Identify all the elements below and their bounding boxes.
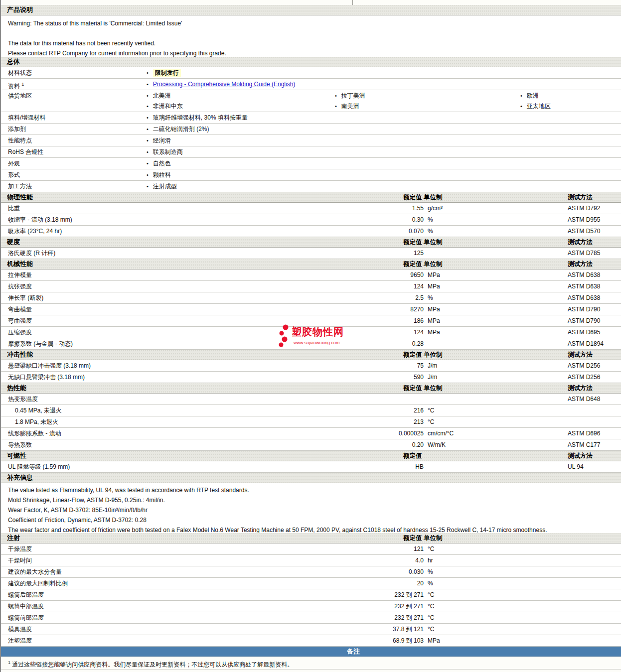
section-title: 冲击性能 — [7, 350, 33, 360]
column-header-method: 测试方法 — [568, 451, 593, 461]
property-row: 螺筒后部温度232 到 271°C — [1, 589, 621, 601]
bullet-icon: • — [147, 67, 149, 78]
property-row: 压缩强度124MPaASTM D695 — [1, 327, 621, 338]
row-filler: 填料/增强材料 •玻璃纤维增强材料, 30% 填料按重量 — [1, 112, 621, 124]
property-row: 比重1.55g/cm³ASTM D792 — [1, 203, 621, 214]
top-strip — [1, 0, 621, 5]
bullet-icon: • — [147, 101, 149, 112]
property-row: 建议的最大水分含量0.030% — [1, 566, 621, 578]
section-title: 可燃性 — [7, 451, 26, 461]
bullet-item: •颗粒料 — [147, 169, 171, 180]
bullet-item: •玻璃纤维增强材料, 30% 填料按重量 — [147, 112, 248, 123]
section-title: 补充信息 — [7, 473, 33, 483]
row-availability: 供货地区 •北美洲 •非洲和中东 •拉丁美洲 •南美洲 •欧洲 •亚太地区 — [1, 90, 621, 112]
remark-title: 备注 — [347, 647, 360, 656]
bullet-icon: • — [147, 124, 149, 134]
row-rohs: RoHS 合规性 •联系制造商 — [1, 146, 621, 158]
property-row: 注塑温度68.9 到 103MPa — [1, 635, 621, 647]
row-label: 形式 — [8, 169, 20, 180]
section-header-hardness: 硬度 额定值 单位制 测试方法 — [1, 237, 621, 248]
supplementary-line: Coefficient of Friction, Dynamic, ASTM D… — [8, 517, 621, 524]
property-row: 导热系数0.20W/m/KASTM C177 — [1, 439, 621, 451]
section-header-physical: 物理性能 额定值 单位制 测试方法 — [1, 192, 621, 203]
row-additive: 添加剂 •二硫化钼润滑剂 (2%) — [1, 124, 621, 135]
section-title: 注射 — [7, 533, 20, 543]
footnote-text: 通过这些链接您能够访问供应商资料。我们尽量保证及时更新资料；不过您可以从供应商处… — [12, 661, 293, 668]
section-header-mechanical: 机械性能 额定值 单位制 测试方法 — [1, 259, 621, 269]
property-row: 收缩率 - 流动 (3.18 mm)0.30%ASTM D955 — [1, 214, 621, 226]
status-badge: 限制发行 — [153, 69, 181, 77]
bullet-icon: • — [335, 101, 337, 112]
footnote-marker: 1 — [21, 82, 24, 87]
bullet-item: •联系制造商 — [147, 146, 183, 157]
row-label: RoHS 合规性 — [8, 146, 43, 157]
property-row: 抗张强度124MPaASTM D638 — [1, 281, 621, 292]
property-row: 摩擦系数 (与金属 - 动态)0.28ASTM D1894 — [1, 338, 621, 350]
property-row: 模具温度37.8 到 121°C — [1, 624, 621, 635]
column-header-method: 测试方法 — [568, 350, 593, 360]
row-documents: 资料 1 •Processing - Comprehensive Molding… — [1, 79, 621, 90]
section-header-injection: 注射 额定值 单位制 — [1, 533, 621, 543]
property-row: 无缺口悬臂梁冲击 (3.18 mm)590J/mASTM D256 — [1, 372, 621, 383]
section-title: 硬度 — [7, 237, 20, 247]
bullet-item: •拉丁美洲 — [335, 90, 365, 101]
supplementary-line: The value listed as Flammability, UL 94,… — [8, 487, 621, 494]
row-label: 供货地区 — [8, 90, 32, 101]
property-row: 拉伸模量9650MPaASTM D638 — [1, 269, 621, 281]
bullet-item: •亚太地区 — [520, 101, 551, 112]
bullet-icon: • — [147, 158, 149, 169]
bullet-item: •经润滑 — [147, 135, 171, 146]
property-row: 伸长率 (断裂)2.5%ASTM D638 — [1, 292, 621, 304]
bullet-icon: • — [335, 90, 337, 101]
row-label: 性能特点 — [8, 135, 32, 146]
verify-text: The data for this material has not been … — [8, 40, 621, 47]
column-header-method: 测试方法 — [568, 383, 593, 393]
footnote: 1 通过这些链接您能够访问供应商资料。我们尽量保证及时更新资料；不过您可以从供应… — [1, 657, 621, 670]
bullet-icon: • — [520, 101, 522, 112]
supplementary-block: The value listed as Flammability, UL 94,… — [1, 483, 621, 533]
property-row: 弯曲模量8270MPaASTM D790 — [1, 304, 621, 315]
property-row: 热变形温度ASTM D648 — [1, 394, 621, 405]
property-row: 干燥时间4.0hr — [1, 555, 621, 566]
remark-bar: 备注 — [1, 647, 621, 657]
section-title: 物理性能 — [7, 192, 33, 202]
molding-guide-link[interactable]: Processing - Comprehensive Molding Guide… — [153, 81, 295, 88]
bullet-item: •非洲和中东 — [147, 101, 183, 112]
warning-text: Warning: The status of this material is … — [8, 20, 621, 27]
row-label: 加工方法 — [8, 181, 32, 192]
column-header-value-unit: 额定值 单位制 — [403, 192, 442, 202]
bullet-item: •二硫化钼润滑剂 (2%) — [147, 124, 209, 134]
bullet-icon: • — [147, 112, 149, 123]
bullet-item: •Processing - Comprehensive Molding Guid… — [147, 79, 295, 90]
bullet-icon: • — [147, 135, 149, 146]
bullet-item: •南美洲 — [335, 101, 359, 112]
supplementary-line: Wear Factor, K, ASTM D-3702: 85E-10in³/m… — [8, 507, 621, 514]
column-header-method: 测试方法 — [568, 259, 593, 269]
row-features: 性能特点 •经润滑 — [1, 135, 621, 146]
property-row: 弯曲强度186MPaASTM D790 — [1, 315, 621, 327]
column-header-value: 额定值 — [403, 451, 422, 461]
footnote-marker: 1 — [8, 660, 10, 665]
section-header-product-description: 产品说明 — [1, 5, 621, 15]
column-header-value-unit: 额定值 单位制 — [403, 533, 442, 543]
bullet-icon: • — [147, 79, 149, 90]
bullet-item: •自然色 — [147, 158, 171, 169]
column-header-method: 测试方法 — [568, 192, 593, 202]
section-header-supplementary: 补充信息 — [1, 473, 621, 483]
material-datasheet-page: 产品说明 Warning: The status of this materia… — [0, 0, 621, 672]
property-row: 悬壁梁缺口冲击强度 (3.18 mm)75J/mASTM D256 — [1, 360, 621, 372]
row-label: 填料/增强材料 — [8, 112, 45, 123]
section-header-flammability: 可燃性 额定值 测试方法 — [1, 451, 621, 461]
property-row: 1.8 MPa, 未退火213°C — [1, 416, 621, 428]
product-description-block: Warning: The status of this material is … — [1, 15, 621, 57]
bullet-item: •注射成型 — [147, 181, 177, 192]
bullet-item: •欧洲 — [520, 90, 539, 101]
property-row: 建议的最大回制料比例20% — [1, 578, 621, 589]
property-row: 洛氏硬度 (R 计秤)125ASTM D785 — [1, 248, 621, 259]
row-material-status: 材料状态 •限制发行 — [1, 67, 621, 79]
property-row: 螺筒前部温度232 到 271°C — [1, 612, 621, 624]
column-header-value-unit: 额定值 单位制 — [403, 259, 442, 269]
property-row: 螺筒中部温度232 到 271°C — [1, 601, 621, 612]
bullet-icon: • — [147, 181, 149, 192]
section-title: 产品说明 — [7, 5, 33, 15]
